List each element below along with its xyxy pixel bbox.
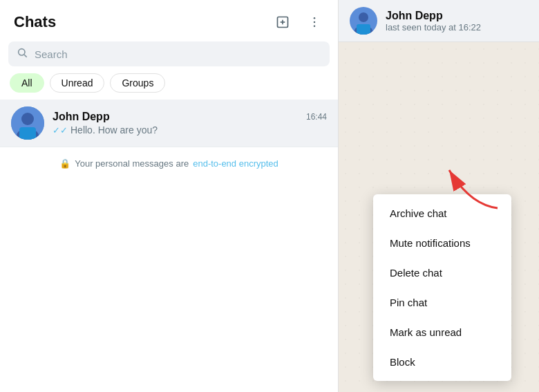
chat-header-right: John Depp last seen today at 16:22 bbox=[339, 0, 539, 42]
context-menu-delete[interactable]: Delete chat bbox=[373, 258, 511, 288]
encryption-link[interactable]: end-to-end encrypted bbox=[193, 158, 278, 169]
chat-preview: ✓✓ Hello. How are you? bbox=[53, 124, 327, 136]
chat-preview-text: Hello. How are you? bbox=[70, 124, 158, 136]
svg-rect-11 bbox=[19, 127, 36, 140]
context-menu-unread[interactable]: Mark as unread bbox=[373, 317, 511, 347]
new-chat-button[interactable] bbox=[270, 10, 295, 35]
chat-item-john-depp[interactable]: John Depp 16:44 ✓✓ Hello. How are you? bbox=[0, 100, 338, 147]
filter-tabs: All Unread Groups bbox=[0, 73, 338, 100]
svg-point-5 bbox=[314, 26, 316, 28]
search-input[interactable] bbox=[35, 48, 321, 60]
chat-time: 16:44 bbox=[306, 112, 327, 122]
tab-all[interactable]: All bbox=[10, 73, 44, 93]
context-menu-block[interactable]: Block bbox=[373, 347, 511, 377]
encryption-text: Your personal messages are bbox=[75, 158, 189, 169]
contact-status: last seen today at 16:22 bbox=[386, 22, 528, 32]
tab-groups[interactable]: Groups bbox=[110, 73, 165, 93]
context-menu-archive[interactable]: Archive chat bbox=[373, 198, 511, 228]
avatar bbox=[11, 106, 44, 140]
contact-name: John Depp bbox=[386, 10, 528, 22]
double-check-icon: ✓✓ bbox=[53, 125, 68, 136]
svg-point-13 bbox=[359, 12, 368, 22]
svg-point-9 bbox=[21, 113, 34, 125]
left-panel: Chats bbox=[0, 0, 339, 392]
context-menu-mute[interactable]: Mute notifications bbox=[373, 228, 511, 258]
context-menu-pin[interactable]: Pin chat bbox=[373, 288, 511, 317]
context-menu: Archive chat Mute notifications Delete c… bbox=[373, 194, 511, 381]
right-panel: John Depp last seen today at 16:22 Archi… bbox=[339, 0, 539, 392]
chat-header-info: John Depp last seen today at 16:22 bbox=[386, 10, 528, 32]
tab-unread[interactable]: Unread bbox=[50, 73, 105, 93]
header-icons bbox=[270, 10, 327, 35]
search-bar bbox=[8, 41, 330, 66]
chat-name: John Depp bbox=[53, 111, 110, 123]
chat-top: John Depp 16:44 bbox=[53, 111, 327, 123]
chat-header-avatar bbox=[350, 7, 377, 35]
svg-point-3 bbox=[314, 17, 316, 19]
search-icon bbox=[17, 47, 28, 61]
menu-button[interactable] bbox=[302, 10, 327, 35]
svg-point-4 bbox=[314, 21, 316, 24]
lock-icon: 🔒 bbox=[59, 158, 70, 169]
encryption-notice: 🔒 Your personal messages are end-to-end … bbox=[0, 147, 338, 180]
header: Chats bbox=[0, 0, 338, 41]
chat-info: John Depp 16:44 ✓✓ Hello. How are you? bbox=[53, 111, 327, 136]
chat-background: Archive chat Mute notifications Delete c… bbox=[339, 42, 539, 392]
page-title: Chats bbox=[14, 13, 56, 31]
svg-line-7 bbox=[24, 55, 27, 57]
chat-list: John Depp 16:44 ✓✓ Hello. How are you? 🔒… bbox=[0, 100, 338, 392]
svg-rect-15 bbox=[357, 24, 370, 35]
svg-point-6 bbox=[19, 49, 25, 55]
